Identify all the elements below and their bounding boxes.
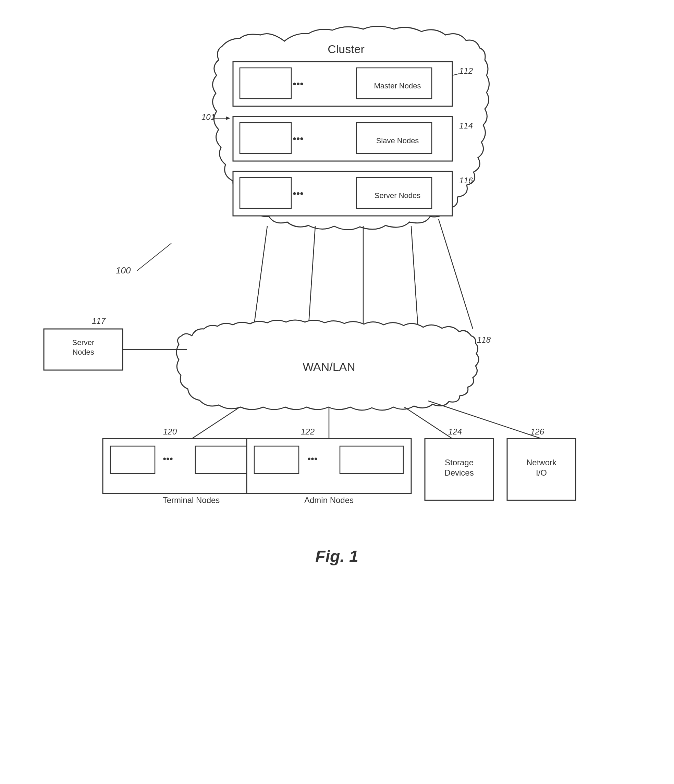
- master-node-box1: [240, 68, 291, 99]
- server-node-box1: [240, 177, 291, 208]
- storage-devices-line2: Devices: [444, 468, 473, 477]
- cluster-line4: [411, 226, 418, 329]
- ref-116: 116: [459, 176, 473, 185]
- server-nodes-line1: Server: [72, 338, 95, 347]
- ref-122: 122: [301, 427, 314, 436]
- admin-nodes-label: Admin Nodes: [304, 495, 353, 505]
- network-io-line2: I/O: [536, 468, 547, 477]
- ref-114: 114: [459, 121, 473, 130]
- slave-dots: •••: [293, 133, 304, 144]
- admin-dots: •••: [307, 453, 317, 464]
- wan-lan-cloud: WAN/LAN 118: [176, 320, 491, 410]
- wan-to-network-line: [428, 401, 542, 439]
- server-nodes-line2: Nodes: [72, 348, 94, 356]
- ref-112: 112: [459, 66, 473, 75]
- cluster-cloud: Cluster ••• Master Nodes 112 ••• Slave N…: [201, 26, 489, 230]
- cluster-line5: [439, 219, 473, 329]
- server-dots: •••: [293, 188, 304, 199]
- ref-124: 124: [448, 427, 462, 436]
- storage-devices-line1: Storage: [445, 458, 473, 467]
- diagram: Cluster ••• Master Nodes 112 ••• Slave N…: [0, 14, 674, 761]
- diagram-svg: Cluster ••• Master Nodes 112 ••• Slave N…: [0, 14, 674, 768]
- wan-lan-label: WAN/LAN: [303, 360, 355, 373]
- network-io-line1: Network: [526, 458, 557, 467]
- terminal-dots: •••: [163, 453, 173, 464]
- cluster-label: Cluster: [328, 42, 364, 56]
- ref-117: 117: [92, 316, 106, 325]
- terminal-nodes-label: Terminal Nodes: [163, 495, 220, 505]
- admin-node-small-box2: [340, 446, 403, 474]
- ref-100: 100: [116, 265, 131, 275]
- slave-nodes-label: Slave Nodes: [376, 136, 419, 145]
- ref-100-line: [137, 243, 171, 271]
- master-dots: •••: [293, 78, 304, 89]
- server-nodes-cluster-label: Server Nodes: [375, 191, 421, 200]
- terminal-node-small-box1: [111, 446, 155, 474]
- ref-126: 126: [531, 427, 545, 436]
- ref-101: 101: [201, 112, 215, 121]
- cluster-line2: [308, 226, 315, 329]
- fig-label: Fig. 1: [315, 547, 358, 565]
- cluster-line1: [254, 226, 267, 329]
- slave-node-box1: [240, 123, 291, 154]
- master-nodes-label: Master Nodes: [374, 82, 421, 90]
- admin-node-small-box1: [254, 446, 299, 474]
- ref-118: 118: [477, 335, 491, 344]
- wan-to-terminal-line: [192, 407, 240, 439]
- wan-to-storage-line: [404, 407, 452, 439]
- ref-120: 120: [163, 427, 177, 436]
